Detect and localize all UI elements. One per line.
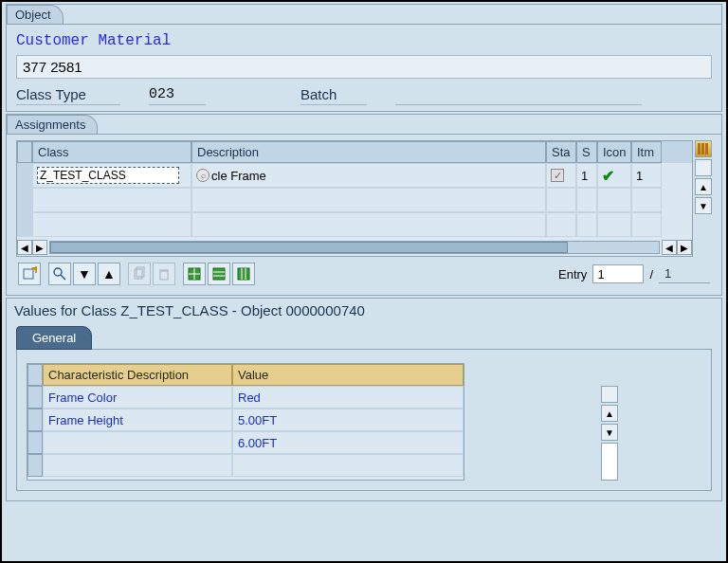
- col-value[interactable]: Value: [232, 364, 464, 386]
- object-title: Customer Material: [16, 32, 712, 49]
- table-row[interactable]: ⌕ cle Frame ✓ 1 ✔ 1: [17, 163, 692, 188]
- svg-line-6: [61, 275, 65, 280]
- select-all-header[interactable]: [27, 364, 43, 386]
- find-button[interactable]: [48, 263, 71, 285]
- col-characteristic-description[interactable]: Characteristic Description: [43, 364, 232, 386]
- magnifier-icon: [52, 266, 67, 282]
- grid-icon: [236, 266, 251, 282]
- object-number-field[interactable]: 377 2581: [16, 55, 712, 79]
- v-scrollbar[interactable]: [601, 443, 618, 481]
- select-all-header[interactable]: [17, 141, 32, 163]
- sort-desc-button[interactable]: ▼: [73, 263, 96, 285]
- new-entry-icon: ✚: [22, 266, 37, 282]
- scroll-right-icon[interactable]: ◀: [662, 240, 677, 255]
- row-selector[interactable]: [27, 386, 43, 409]
- scroll-right-end-icon[interactable]: ▶: [677, 240, 692, 255]
- row-selector[interactable]: [17, 163, 32, 188]
- new-entry-button[interactable]: ✚: [18, 263, 41, 285]
- columns-icon: [696, 141, 711, 156]
- trash-icon: [156, 266, 172, 282]
- class-type-label: Class Type: [16, 84, 120, 105]
- svg-rect-1: [701, 143, 704, 154]
- characteristic-desc-cell[interactable]: [43, 431, 232, 454]
- characteristic-value-cell[interactable]: 6.00FT: [232, 431, 464, 454]
- assignments-panel: Assignments Class Description Sta S Icon…: [6, 114, 722, 296]
- object-panel-label: Object: [7, 5, 64, 24]
- characteristic-desc-cell[interactable]: Frame Color: [43, 386, 232, 409]
- characteristic-value-cell[interactable]: 5.00FT: [232, 409, 464, 431]
- copy-button[interactable]: [128, 263, 151, 285]
- entry-total: 1: [659, 264, 710, 283]
- scroll-up-button[interactable]: ▲: [695, 178, 712, 195]
- assignments-toolbar: ✚ ▼ ▲: [16, 257, 712, 285]
- layout-button-3[interactable]: [232, 263, 255, 285]
- svg-rect-9: [160, 271, 168, 280]
- values-title: Values for Class Z_TEST_CLASS - Object 0…: [7, 299, 721, 322]
- scroll-left-icon[interactable]: ▶: [32, 240, 47, 255]
- characteristic-value-cell[interactable]: Red: [232, 386, 464, 409]
- table-row[interactable]: [27, 454, 464, 477]
- svg-point-5: [54, 268, 62, 276]
- col-icon[interactable]: Icon: [597, 141, 631, 163]
- description-cell: cle Frame: [211, 169, 266, 183]
- itm-cell: 1: [631, 163, 662, 188]
- table-row[interactable]: Frame Height 5.00FT: [27, 409, 464, 431]
- row-selector[interactable]: [27, 431, 43, 454]
- layout-button-1[interactable]: [183, 263, 206, 285]
- batch-value: [395, 84, 642, 105]
- row-selector[interactable]: [17, 188, 32, 212]
- col-itm[interactable]: Itm: [631, 141, 662, 163]
- entry-current-input[interactable]: [592, 264, 644, 283]
- delete-button[interactable]: [153, 263, 175, 285]
- sort-asc-button[interactable]: ▲: [98, 263, 120, 285]
- values-panel: Values for Class Z_TEST_CLASS - Object 0…: [6, 298, 722, 501]
- table-row[interactable]: Frame Color Red: [27, 386, 464, 409]
- batch-label: Batch: [300, 84, 367, 105]
- svg-rect-14: [213, 268, 225, 280]
- check-icon: ✔: [602, 167, 614, 185]
- status-checkbox[interactable]: ✓: [551, 169, 564, 182]
- svg-rect-0: [698, 143, 701, 154]
- assignments-table: Class Description Sta S Icon Itm ⌕: [16, 140, 693, 257]
- row-selector[interactable]: [27, 409, 43, 431]
- object-panel: Object Customer Material 377 2581 Class …: [6, 4, 722, 112]
- table-row[interactable]: [17, 212, 692, 237]
- row-selector[interactable]: [17, 212, 32, 237]
- col-status[interactable]: Sta: [546, 141, 576, 163]
- row-selector[interactable]: [27, 454, 43, 477]
- assignments-panel-label: Assignments: [7, 115, 98, 134]
- svg-text:✚: ✚: [31, 266, 37, 276]
- table-row[interactable]: 6.00FT: [27, 431, 464, 454]
- entry-label: Entry: [558, 267, 587, 282]
- svg-rect-2: [705, 143, 708, 154]
- characteristics-table: Characteristic Description Value Frame C…: [27, 363, 464, 481]
- col-class[interactable]: Class: [32, 141, 191, 163]
- h-scrollbar[interactable]: [49, 241, 660, 254]
- tab-general[interactable]: General: [16, 326, 92, 350]
- scroll-down-button[interactable]: ▼: [695, 197, 712, 214]
- copy-icon: [132, 266, 147, 282]
- col-s[interactable]: S: [576, 141, 597, 163]
- scroll-down-button[interactable]: ▼: [601, 424, 618, 441]
- scroll-left-start-icon[interactable]: ◀: [17, 240, 32, 255]
- grid-icon: [187, 266, 202, 282]
- f4-help-icon[interactable]: ⌕: [196, 169, 209, 182]
- scroll-placeholder[interactable]: [695, 159, 712, 176]
- configure-columns-button[interactable]: [695, 140, 712, 157]
- scroll-up-button[interactable]: ▲: [601, 405, 618, 422]
- class-type-value: 023: [149, 84, 206, 105]
- col-description[interactable]: Description: [191, 141, 546, 163]
- scroll-placeholder[interactable]: [601, 386, 618, 403]
- table-row[interactable]: [17, 188, 692, 212]
- entry-separator: /: [649, 267, 653, 282]
- characteristic-desc-cell[interactable]: Frame Height: [43, 409, 232, 431]
- s-cell: 1: [576, 163, 597, 188]
- layout-button-2[interactable]: [208, 263, 230, 285]
- grid-icon: [211, 266, 227, 282]
- class-input[interactable]: [37, 167, 179, 184]
- svg-rect-17: [238, 268, 249, 280]
